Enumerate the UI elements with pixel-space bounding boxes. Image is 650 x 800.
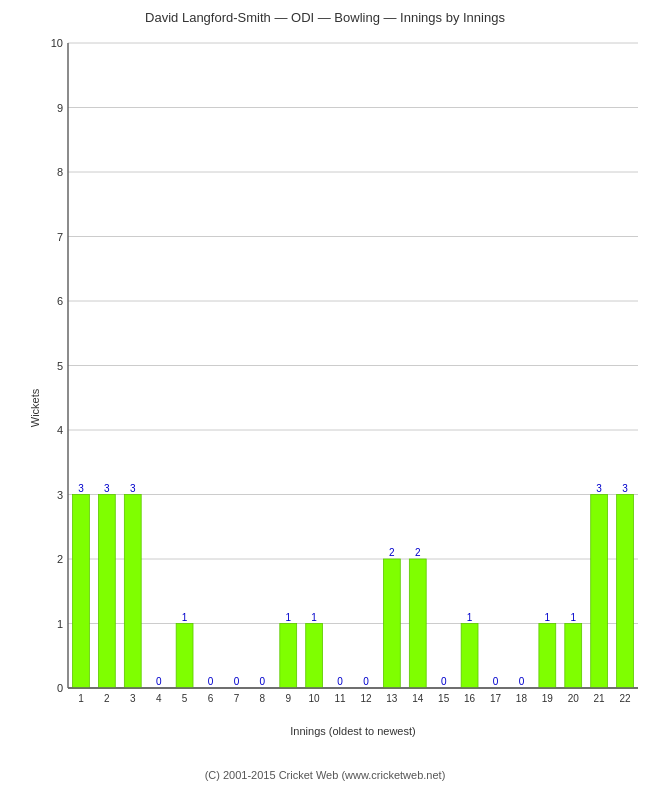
- svg-text:16: 16: [464, 693, 476, 704]
- svg-text:7: 7: [234, 693, 240, 704]
- svg-rect-71: [565, 624, 582, 689]
- svg-text:0: 0: [234, 676, 240, 687]
- svg-text:8: 8: [57, 166, 63, 178]
- svg-rect-34: [176, 624, 193, 689]
- svg-text:6: 6: [208, 693, 214, 704]
- svg-rect-77: [617, 495, 634, 689]
- footer-text: (C) 2001-2015 Cricket Web (www.cricketwe…: [10, 769, 640, 781]
- svg-text:2: 2: [104, 693, 110, 704]
- svg-rect-53: [383, 559, 400, 688]
- svg-text:9: 9: [285, 693, 291, 704]
- svg-rect-56: [409, 559, 426, 688]
- svg-rect-61: [461, 624, 478, 689]
- svg-text:4: 4: [57, 424, 63, 436]
- svg-text:17: 17: [490, 693, 502, 704]
- svg-text:1: 1: [182, 612, 188, 623]
- chart-title: David Langford-Smith — ODI — Bowling — I…: [10, 10, 640, 25]
- svg-text:3: 3: [130, 483, 136, 494]
- svg-rect-74: [591, 495, 608, 689]
- svg-text:8: 8: [260, 693, 266, 704]
- svg-text:22: 22: [619, 693, 631, 704]
- svg-text:3: 3: [104, 483, 110, 494]
- svg-rect-43: [280, 624, 297, 689]
- svg-text:0: 0: [260, 676, 266, 687]
- svg-text:0: 0: [156, 676, 162, 687]
- svg-text:3: 3: [622, 483, 628, 494]
- svg-text:4: 4: [156, 693, 162, 704]
- svg-text:19: 19: [542, 693, 554, 704]
- svg-rect-26: [98, 495, 115, 689]
- svg-text:0: 0: [208, 676, 214, 687]
- svg-rect-68: [539, 624, 556, 689]
- svg-text:2: 2: [415, 547, 421, 558]
- svg-text:0: 0: [57, 682, 63, 694]
- svg-text:11: 11: [334, 693, 346, 704]
- svg-rect-23: [73, 495, 90, 689]
- svg-text:1: 1: [57, 618, 63, 630]
- svg-text:14: 14: [412, 693, 424, 704]
- svg-text:1: 1: [545, 612, 551, 623]
- svg-text:6: 6: [57, 295, 63, 307]
- svg-text:9: 9: [57, 102, 63, 114]
- svg-text:15: 15: [438, 693, 450, 704]
- svg-text:2: 2: [389, 547, 395, 558]
- svg-text:1: 1: [78, 693, 84, 704]
- svg-text:0: 0: [493, 676, 499, 687]
- svg-text:12: 12: [360, 693, 372, 704]
- svg-rect-46: [306, 624, 323, 689]
- svg-text:7: 7: [57, 231, 63, 243]
- svg-text:5: 5: [182, 693, 188, 704]
- svg-text:3: 3: [596, 483, 602, 494]
- svg-text:10: 10: [309, 693, 321, 704]
- svg-text:1: 1: [467, 612, 473, 623]
- svg-text:13: 13: [386, 693, 398, 704]
- svg-text:21: 21: [594, 693, 606, 704]
- chart-svg: 0123456789103132330415060708191100110122…: [38, 33, 648, 743]
- svg-text:3: 3: [78, 483, 84, 494]
- chart-container: David Langford-Smith — ODI — Bowling — I…: [0, 0, 650, 800]
- svg-text:18: 18: [516, 693, 528, 704]
- svg-text:10: 10: [51, 37, 63, 49]
- svg-text:3: 3: [57, 489, 63, 501]
- svg-text:1: 1: [285, 612, 291, 623]
- svg-text:1: 1: [311, 612, 317, 623]
- svg-text:3: 3: [130, 693, 136, 704]
- svg-text:20: 20: [568, 693, 580, 704]
- svg-text:Innings (oldest to newest): Innings (oldest to newest): [290, 725, 415, 737]
- svg-text:1: 1: [570, 612, 576, 623]
- svg-text:0: 0: [337, 676, 343, 687]
- svg-text:0: 0: [519, 676, 525, 687]
- svg-text:2: 2: [57, 553, 63, 565]
- svg-text:0: 0: [441, 676, 447, 687]
- svg-rect-29: [124, 495, 141, 689]
- svg-text:0: 0: [363, 676, 369, 687]
- svg-text:5: 5: [57, 360, 63, 372]
